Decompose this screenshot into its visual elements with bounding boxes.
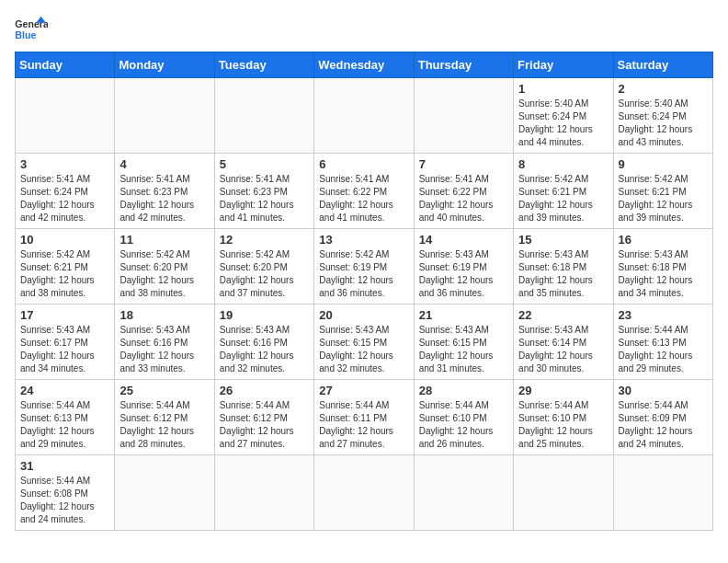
day-number: 16: [619, 233, 708, 247]
day-info: Sunrise: 5:42 AM Sunset: 6:19 PM Dayligh…: [319, 248, 408, 300]
calendar-cell: 21Sunrise: 5:43 AM Sunset: 6:15 PM Dayli…: [414, 304, 513, 380]
weekday-header-wednesday: Wednesday: [314, 52, 414, 78]
calendar-week-row: 3Sunrise: 5:41 AM Sunset: 6:24 PM Daylig…: [16, 154, 713, 229]
day-number: 2: [619, 82, 708, 96]
calendar-cell: 13Sunrise: 5:42 AM Sunset: 6:19 PM Dayli…: [314, 229, 414, 304]
calendar-cell: [115, 78, 214, 154]
day-info: Sunrise: 5:43 AM Sunset: 6:15 PM Dayligh…: [319, 324, 408, 375]
svg-text:Blue: Blue: [15, 29, 36, 40]
calendar-cell: 14Sunrise: 5:43 AM Sunset: 6:19 PM Dayli…: [414, 229, 513, 304]
calendar-week-row: 10Sunrise: 5:42 AM Sunset: 6:21 PM Dayli…: [16, 229, 713, 304]
calendar-header-row: SundayMondayTuesdayWednesdayThursdayFrid…: [16, 52, 713, 78]
day-info: Sunrise: 5:44 AM Sunset: 6:12 PM Dayligh…: [220, 399, 309, 451]
day-number: 25: [119, 384, 209, 397]
day-number: 23: [619, 308, 708, 322]
calendar-week-row: 1Sunrise: 5:40 AM Sunset: 6:24 PM Daylig…: [16, 78, 713, 154]
day-info: Sunrise: 5:43 AM Sunset: 6:16 PM Dayligh…: [119, 324, 209, 375]
calendar-cell: [514, 455, 613, 531]
page-header: General Blue: [15, 15, 713, 42]
calendar-cell: 23Sunrise: 5:44 AM Sunset: 6:13 PM Dayli…: [613, 304, 712, 380]
day-info: Sunrise: 5:43 AM Sunset: 6:18 PM Dayligh…: [518, 248, 608, 300]
calendar-cell: 11Sunrise: 5:42 AM Sunset: 6:20 PM Dayli…: [115, 229, 214, 304]
day-number: 17: [20, 308, 109, 322]
calendar-cell: 5Sunrise: 5:41 AM Sunset: 6:23 PM Daylig…: [214, 154, 313, 229]
day-number: 8: [518, 157, 608, 171]
calendar-cell: 6Sunrise: 5:41 AM Sunset: 6:22 PM Daylig…: [314, 154, 414, 229]
day-info: Sunrise: 5:43 AM Sunset: 6:18 PM Dayligh…: [619, 248, 708, 300]
day-info: Sunrise: 5:41 AM Sunset: 6:22 PM Dayligh…: [419, 173, 508, 224]
calendar-week-row: 24Sunrise: 5:44 AM Sunset: 6:13 PM Dayli…: [16, 380, 713, 455]
day-info: Sunrise: 5:40 AM Sunset: 6:24 PM Dayligh…: [619, 98, 708, 149]
day-number: 14: [419, 233, 508, 247]
day-number: 11: [119, 233, 209, 247]
day-number: 22: [518, 308, 608, 322]
day-info: Sunrise: 5:44 AM Sunset: 6:10 PM Dayligh…: [518, 399, 608, 451]
day-number: 12: [220, 233, 309, 247]
calendar-cell: [314, 78, 414, 154]
day-info: Sunrise: 5:42 AM Sunset: 6:20 PM Dayligh…: [119, 248, 209, 300]
day-number: 21: [419, 308, 508, 322]
day-number: 30: [619, 384, 708, 397]
calendar-cell: [314, 455, 414, 531]
logo: General Blue: [15, 15, 48, 42]
day-number: 24: [20, 384, 109, 397]
day-info: Sunrise: 5:44 AM Sunset: 6:08 PM Dayligh…: [20, 475, 109, 526]
day-info: Sunrise: 5:44 AM Sunset: 6:09 PM Dayligh…: [619, 399, 708, 451]
day-info: Sunrise: 5:43 AM Sunset: 6:15 PM Dayligh…: [419, 324, 508, 375]
day-number: 28: [419, 384, 508, 397]
calendar-cell: 1Sunrise: 5:40 AM Sunset: 6:24 PM Daylig…: [514, 78, 613, 154]
day-info: Sunrise: 5:40 AM Sunset: 6:24 PM Dayligh…: [518, 98, 608, 149]
calendar-cell: 12Sunrise: 5:42 AM Sunset: 6:20 PM Dayli…: [214, 229, 313, 304]
day-number: 13: [319, 233, 408, 247]
calendar-cell: 24Sunrise: 5:44 AM Sunset: 6:13 PM Dayli…: [16, 380, 115, 455]
day-info: Sunrise: 5:44 AM Sunset: 6:13 PM Dayligh…: [619, 324, 708, 375]
day-number: 4: [119, 157, 209, 171]
day-info: Sunrise: 5:41 AM Sunset: 6:24 PM Dayligh…: [20, 173, 109, 224]
calendar-cell: 29Sunrise: 5:44 AM Sunset: 6:10 PM Dayli…: [514, 380, 613, 455]
calendar-cell: 28Sunrise: 5:44 AM Sunset: 6:10 PM Dayli…: [414, 380, 513, 455]
calendar-table: SundayMondayTuesdayWednesdayThursdayFrid…: [15, 52, 713, 531]
day-info: Sunrise: 5:44 AM Sunset: 6:11 PM Dayligh…: [319, 399, 408, 451]
generalblue-logo-icon: General Blue: [15, 15, 48, 42]
day-info: Sunrise: 5:43 AM Sunset: 6:16 PM Dayligh…: [220, 324, 309, 375]
calendar-cell: 25Sunrise: 5:44 AM Sunset: 6:12 PM Dayli…: [115, 380, 214, 455]
calendar-cell: 16Sunrise: 5:43 AM Sunset: 6:18 PM Dayli…: [613, 229, 712, 304]
weekday-header-tuesday: Tuesday: [214, 52, 313, 78]
day-info: Sunrise: 5:43 AM Sunset: 6:19 PM Dayligh…: [419, 248, 508, 300]
day-number: 26: [220, 384, 309, 397]
day-number: 20: [319, 308, 408, 322]
day-info: Sunrise: 5:42 AM Sunset: 6:21 PM Dayligh…: [20, 248, 109, 300]
day-info: Sunrise: 5:42 AM Sunset: 6:20 PM Dayligh…: [220, 248, 309, 300]
calendar-cell: 18Sunrise: 5:43 AM Sunset: 6:16 PM Dayli…: [115, 304, 214, 380]
day-number: 15: [518, 233, 608, 247]
calendar-cell: [214, 78, 313, 154]
calendar-cell: 9Sunrise: 5:42 AM Sunset: 6:21 PM Daylig…: [613, 154, 712, 229]
day-info: Sunrise: 5:42 AM Sunset: 6:21 PM Dayligh…: [619, 173, 708, 224]
day-info: Sunrise: 5:41 AM Sunset: 6:23 PM Dayligh…: [119, 173, 209, 224]
day-info: Sunrise: 5:41 AM Sunset: 6:23 PM Dayligh…: [220, 173, 309, 224]
calendar-cell: [613, 455, 712, 531]
calendar-cell: [16, 78, 115, 154]
day-number: 5: [220, 157, 309, 171]
calendar-cell: 3Sunrise: 5:41 AM Sunset: 6:24 PM Daylig…: [16, 154, 115, 229]
calendar-cell: 8Sunrise: 5:42 AM Sunset: 6:21 PM Daylig…: [514, 154, 613, 229]
day-number: 29: [518, 384, 608, 397]
calendar-cell: 31Sunrise: 5:44 AM Sunset: 6:08 PM Dayli…: [16, 455, 115, 531]
calendar-cell: 7Sunrise: 5:41 AM Sunset: 6:22 PM Daylig…: [414, 154, 513, 229]
calendar-cell: 2Sunrise: 5:40 AM Sunset: 6:24 PM Daylig…: [613, 78, 712, 154]
day-number: 10: [20, 233, 109, 247]
day-info: Sunrise: 5:41 AM Sunset: 6:22 PM Dayligh…: [319, 173, 408, 224]
calendar-cell: 17Sunrise: 5:43 AM Sunset: 6:17 PM Dayli…: [16, 304, 115, 380]
weekday-header-sunday: Sunday: [16, 52, 115, 78]
day-number: 3: [20, 157, 109, 171]
day-number: 19: [220, 308, 309, 322]
day-info: Sunrise: 5:43 AM Sunset: 6:14 PM Dayligh…: [518, 324, 608, 375]
calendar-cell: 30Sunrise: 5:44 AM Sunset: 6:09 PM Dayli…: [613, 380, 712, 455]
day-info: Sunrise: 5:42 AM Sunset: 6:21 PM Dayligh…: [518, 173, 608, 224]
calendar-cell: [214, 455, 313, 531]
day-number: 18: [119, 308, 209, 322]
weekday-header-monday: Monday: [115, 52, 214, 78]
calendar-cell: 4Sunrise: 5:41 AM Sunset: 6:23 PM Daylig…: [115, 154, 214, 229]
calendar-cell: 10Sunrise: 5:42 AM Sunset: 6:21 PM Dayli…: [16, 229, 115, 304]
calendar-cell: 20Sunrise: 5:43 AM Sunset: 6:15 PM Dayli…: [314, 304, 414, 380]
